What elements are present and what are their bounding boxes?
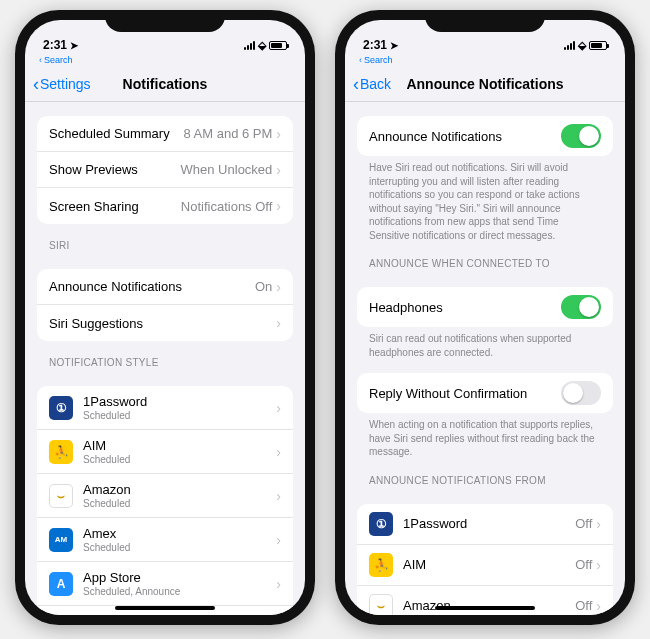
breadcrumb[interactable]: ‹ Search (345, 54, 625, 66)
chevron-right-icon: › (276, 400, 281, 416)
app-row[interactable]: AM Amex Scheduled › (37, 518, 293, 562)
chevron-right-icon: › (276, 315, 281, 331)
app-value: Off (575, 557, 592, 572)
group-reply: Reply Without Confirmation (357, 373, 613, 413)
chevron-right-icon: › (276, 488, 281, 504)
section-header-connected: ANNOUNCE WHEN CONNECTED TO (357, 242, 613, 273)
app-name: AIM (83, 438, 276, 453)
chevron-right-icon: › (276, 198, 281, 214)
row-label: Show Previews (49, 162, 181, 177)
reply-toggle[interactable] (561, 381, 601, 405)
app-icon: ⛹ (369, 553, 393, 577)
chevron-right-icon: › (276, 279, 281, 295)
section-header-style: NOTIFICATION STYLE (37, 341, 293, 372)
row-top-1[interactable]: Show Previews When Unlocked › (37, 152, 293, 188)
breadcrumb-chevron-icon: ‹ (359, 55, 362, 65)
app-icon: ⛹ (49, 440, 73, 464)
location-icon: ➤ (390, 40, 398, 51)
app-row[interactable]: ⌣ Amazon Off › (357, 586, 613, 616)
chevron-right-icon: › (596, 557, 601, 573)
row-top-0[interactable]: Scheduled Summary 8 AM and 6 PM › (37, 116, 293, 152)
announce-footer: Have Siri read out notifications. Siri w… (357, 156, 613, 242)
headphones-footer: Siri can read out notifications when sup… (357, 327, 613, 359)
nav-bar: ‹ Settings Notifications (25, 66, 305, 102)
back-label: Back (360, 76, 391, 92)
app-value: Off (575, 598, 592, 613)
group-from-apps: ① 1Password Off › ⛹ AIM Off › ⌣ Amazon O… (357, 504, 613, 616)
content-left: Scheduled Summary 8 AM and 6 PM › Show P… (25, 102, 305, 615)
nav-bar: ‹ Back Announce Notifications (345, 66, 625, 102)
app-name: Apple Store (83, 614, 276, 615)
row-siri-1[interactable]: Siri Suggestions › (37, 305, 293, 341)
app-name: 1Password (83, 394, 276, 409)
row-value: On (255, 279, 272, 294)
row-label: Announce Notifications (49, 279, 255, 294)
phone-left: 2:31 ➤ ⬙ ‹ Search ‹ Settings Notificatio… (15, 10, 315, 625)
app-row[interactable]: ⌣ Amazon Scheduled › (37, 474, 293, 518)
app-icon: ⌣ (369, 594, 393, 616)
reply-footer: When acting on a notification that suppo… (357, 413, 613, 459)
app-name: Amazon (83, 482, 276, 497)
group-announce: Announce Notifications (357, 116, 613, 156)
status-time: 2:31 (363, 38, 387, 52)
notch (105, 10, 225, 32)
home-indicator[interactable] (115, 606, 215, 610)
back-label: Settings (40, 76, 91, 92)
app-name: Amex (83, 526, 276, 541)
app-row[interactable]: ① 1Password Scheduled › (37, 386, 293, 430)
row-announce: Announce Notifications (357, 116, 613, 156)
row-value: 8 AM and 6 PM (183, 126, 272, 141)
row-value: When Unlocked (181, 162, 273, 177)
row-label: Screen Sharing (49, 199, 181, 214)
app-value: Off (575, 516, 592, 531)
app-row[interactable]: ⛹ AIM Scheduled › (37, 430, 293, 474)
row-top-2[interactable]: Screen Sharing Notifications Off › (37, 188, 293, 224)
signal-icon (244, 41, 255, 50)
chevron-left-icon: ‹ (353, 75, 359, 93)
row-label: Scheduled Summary (49, 126, 183, 141)
chevron-right-icon: › (276, 126, 281, 142)
chevron-right-icon: › (596, 516, 601, 532)
app-row[interactable]: ① 1Password Off › (357, 504, 613, 545)
chevron-right-icon: › (276, 444, 281, 460)
chevron-right-icon: › (276, 576, 281, 592)
breadcrumb-label: Search (44, 55, 73, 65)
chevron-right-icon: › (276, 162, 281, 178)
status-time: 2:31 (43, 38, 67, 52)
chevron-left-icon: ‹ (33, 75, 39, 93)
app-icon: ⌣ (49, 484, 73, 508)
row-label: Siri Suggestions (49, 316, 276, 331)
app-row[interactable]: A App Store Scheduled, Announce › (37, 562, 293, 606)
group-siri: Announce Notifications On › Siri Suggest… (37, 269, 293, 341)
location-icon: ➤ (70, 40, 78, 51)
app-sub: Scheduled (83, 498, 276, 509)
reply-label: Reply Without Confirmation (369, 386, 561, 401)
app-sub: Scheduled, Announce (83, 586, 276, 597)
row-siri-0[interactable]: Announce Notifications On › (37, 269, 293, 305)
app-row[interactable]: ⛹ AIM Off › (357, 545, 613, 586)
breadcrumb-label: Search (364, 55, 393, 65)
breadcrumb-chevron-icon: ‹ (39, 55, 42, 65)
breadcrumb[interactable]: ‹ Search (25, 54, 305, 66)
app-icon: ① (49, 396, 73, 420)
app-sub: Scheduled (83, 410, 276, 421)
app-icon: A (49, 572, 73, 596)
announce-toggle[interactable] (561, 124, 601, 148)
wifi-icon: ⬙ (578, 39, 586, 52)
app-sub: Scheduled (83, 542, 276, 553)
group-apps: ① 1Password Scheduled › ⛹ AIM Scheduled … (37, 386, 293, 615)
headphones-toggle[interactable] (561, 295, 601, 319)
row-value: Notifications Off (181, 199, 273, 214)
app-name: 1Password (403, 516, 575, 531)
battery-icon (269, 41, 287, 50)
app-icon: AM (49, 528, 73, 552)
back-button[interactable]: ‹ Back (353, 75, 391, 93)
home-indicator[interactable] (435, 606, 535, 610)
group-headphones: Headphones (357, 287, 613, 327)
back-button[interactable]: ‹ Settings (33, 75, 91, 93)
screen-right: 2:31 ➤ ⬙ ‹ Search ‹ Back Announce Notifi… (345, 20, 625, 615)
row-reply: Reply Without Confirmation (357, 373, 613, 413)
chevron-right-icon: › (596, 598, 601, 614)
headphones-label: Headphones (369, 300, 561, 315)
app-sub: Scheduled (83, 454, 276, 465)
